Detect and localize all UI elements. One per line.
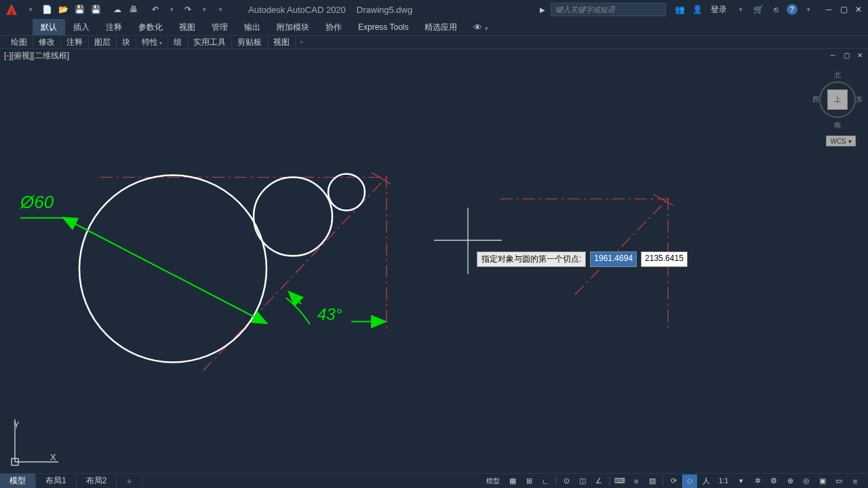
panel-utilities[interactable]: 实用工具: [188, 37, 232, 48]
snap-icon[interactable]: ⊞: [521, 474, 536, 488]
undo-icon[interactable]: [148, 2, 163, 17]
dim-angle-text: 43°: [317, 305, 342, 323]
document-title: Drawing5.dwg: [357, 5, 412, 15]
tab-express[interactable]: Express Tools: [350, 19, 416, 35]
hwaccel-icon[interactable]: ▣: [815, 474, 830, 488]
tab-manage[interactable]: 管理: [203, 19, 236, 35]
panel-group[interactable]: 组: [168, 37, 188, 48]
dim-diameter-text: Ø60: [20, 192, 54, 212]
panel-block[interactable]: 块: [117, 37, 136, 48]
collab-icon[interactable]: [673, 3, 686, 16]
new-icon[interactable]: [39, 2, 54, 17]
dyninput-icon[interactable]: ⌨: [612, 474, 627, 488]
panel-modify[interactable]: 修改: [33, 37, 61, 48]
maximize-icon[interactable]: [837, 3, 850, 16]
dynamic-input: 指定对象与圆的第一个切点: 1961.4694 2135.6415: [477, 251, 688, 267]
help-dropdown-icon[interactable]: [802, 3, 815, 16]
tab-addins[interactable]: 附加模块: [269, 19, 317, 35]
redo-icon[interactable]: [180, 2, 195, 17]
annomonitor-icon[interactable]: ⊕: [783, 474, 797, 488]
panel-view[interactable]: 视图: [268, 37, 296, 48]
help-icon[interactable]: ?: [787, 4, 797, 15]
tab-default[interactable]: 默认: [33, 19, 65, 35]
workspace-icon[interactable]: ⚙: [766, 474, 781, 488]
login-dropdown-icon[interactable]: [734, 3, 747, 16]
isolate-icon[interactable]: ◎: [799, 474, 814, 488]
dynucs-icon[interactable]: 人: [698, 474, 713, 488]
tab-featured[interactable]: 精选应用: [416, 19, 465, 35]
close-icon[interactable]: [852, 3, 865, 16]
undo-dropdown-icon[interactable]: [164, 2, 179, 17]
search-input[interactable]: 键入关键字或短语: [551, 3, 666, 16]
panel-clipboard[interactable]: 剪贴板: [232, 37, 268, 48]
lineweight-icon[interactable]: ≡: [629, 474, 644, 488]
tab-parametric[interactable]: 参数化: [130, 19, 171, 35]
drawing-canvas[interactable]: Ø60 43° Y X: [0, 64, 868, 473]
saveas-icon[interactable]: [88, 2, 103, 17]
wcs-button[interactable]: WCS ▾: [826, 136, 856, 146]
dynamic-input-y[interactable]: 2135.6415: [641, 251, 688, 267]
panel-draw[interactable]: 绘图: [5, 37, 33, 48]
layout-tab-model[interactable]: 模型: [0, 474, 36, 488]
osnap-icon[interactable]: ◫: [575, 474, 590, 488]
exchange-icon[interactable]: [751, 3, 765, 16]
app-logo[interactable]: [3, 2, 20, 17]
plot-icon[interactable]: [126, 2, 141, 17]
tab-collab[interactable]: 协作: [317, 19, 350, 35]
polar-icon[interactable]: ⊙: [559, 474, 574, 488]
svg-point-6: [328, 174, 365, 211]
tab-view[interactable]: 视图: [171, 19, 203, 35]
qat-customize-icon[interactable]: [213, 2, 228, 17]
ucs-y-label: Y: [14, 420, 20, 430]
tab-annotate[interactable]: 注释: [98, 19, 130, 35]
svg-line-3: [372, 173, 391, 184]
svg-line-8: [64, 218, 266, 323]
3dosnap-icon[interactable]: ◇: [682, 474, 697, 488]
customize-status-icon[interactable]: ≡: [848, 474, 863, 488]
svg-point-4: [79, 176, 267, 363]
panel-expand-icon[interactable]: »: [296, 39, 307, 45]
tab-insert[interactable]: 插入: [65, 19, 98, 35]
svg-point-5: [254, 178, 332, 256]
layout-tab-1[interactable]: 布局1: [36, 474, 77, 488]
app-menu-dropdown-icon[interactable]: [23, 2, 38, 17]
ucs-x-label: X: [50, 452, 56, 462]
viewport-close-icon[interactable]: [854, 50, 865, 60]
infocenter-arrow-icon: ▶: [540, 6, 545, 14]
annotation-icon[interactable]: ✲: [750, 474, 765, 488]
layout-add-icon[interactable]: +: [117, 474, 142, 488]
layout-tab-2[interactable]: 布局2: [77, 474, 117, 488]
user-icon[interactable]: [690, 3, 704, 16]
svg-line-13: [575, 199, 668, 295]
panel-properties[interactable]: 特性: [136, 37, 168, 48]
otrack-icon[interactable]: ∠: [591, 474, 606, 488]
viewport-minimize-icon[interactable]: [827, 50, 838, 60]
cloud-icon[interactable]: [110, 2, 125, 17]
annoscale-label[interactable]: 1:1: [715, 474, 732, 488]
panel-annotate[interactable]: 注释: [61, 37, 89, 48]
viewport-label[interactable]: [-][俯视][二维线框]: [4, 50, 69, 62]
cleanscreen-icon[interactable]: ▭: [831, 474, 846, 488]
a360-icon[interactable]: [769, 3, 783, 16]
login-label[interactable]: 登录: [708, 3, 730, 16]
annoscale-dropdown-icon[interactable]: ▾: [734, 474, 749, 488]
visibility-toggle-icon[interactable]: 👁: [473, 19, 488, 35]
minimize-icon[interactable]: [822, 3, 835, 16]
dynamic-input-prompt: 指定对象与圆的第一个切点:: [477, 251, 586, 267]
ribbon-panels: 绘图 修改 注释 图层 块 特性 组 实用工具 剪贴板 视图 »: [0, 35, 868, 49]
app-title: Autodesk AutoCAD 2020: [248, 5, 346, 15]
viewport-maximize-icon[interactable]: [841, 50, 852, 60]
cycling-icon[interactable]: ⟳: [666, 474, 681, 488]
ribbon-tabs: 默认 插入 注释 参数化 视图 管理 输出 附加模块 协作 Express To…: [0, 19, 868, 35]
transparency-icon[interactable]: ▨: [645, 474, 660, 488]
dynamic-input-x[interactable]: 1961.4694: [590, 251, 637, 267]
ortho-icon[interactable]: ∟: [538, 474, 553, 488]
svg-line-14: [653, 195, 673, 206]
save-icon[interactable]: [72, 2, 87, 17]
open-icon[interactable]: [56, 2, 71, 17]
redo-dropdown-icon[interactable]: [197, 2, 212, 17]
grid-icon[interactable]: ▦: [505, 474, 520, 488]
tab-output[interactable]: 输出: [236, 19, 269, 35]
modelspace-label[interactable]: 模型: [482, 474, 504, 488]
panel-layer[interactable]: 图层: [89, 37, 117, 48]
